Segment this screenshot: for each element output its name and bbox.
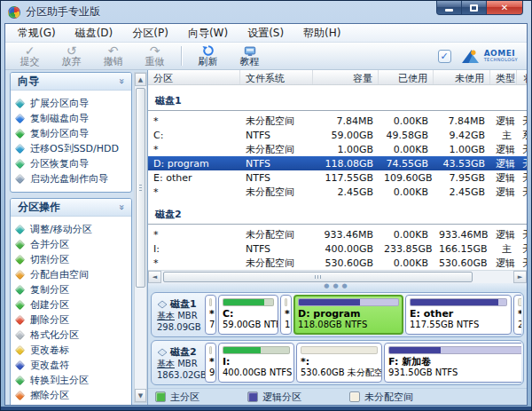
partition-block[interactable]: E: other117.55GB NTFS [405,295,512,335]
unallocated-block[interactable]: *:530.60GB 未分配空间 [296,343,382,383]
extend-partition-wizard-icon [14,98,25,108]
maximize-button[interactable] [462,1,486,15]
disk-icon [157,348,168,357]
sidebar-scrollbar[interactable]: ▲ ▼ [134,72,147,403]
menu-item[interactable]: 向导(W) [181,24,235,43]
unallocated-block[interactable]: *7.84MB [205,295,216,335]
partition-operations-header[interactable]: 分区操作 » [11,199,131,217]
menu-item[interactable]: 常规(G) [11,24,63,43]
menu-item[interactable]: 帮助(H) [296,24,348,43]
minimize-button[interactable] [436,1,462,15]
menu-item[interactable]: 磁盘(D) [68,24,121,43]
panel-splitter[interactable]: ●●● [148,283,527,290]
sidebar-item[interactable]: 分配自由空间 [16,267,129,282]
sidebar-item-label: 更改盘符 [30,359,69,372]
discard-button[interactable]: ↺ 放弃 [51,43,92,68]
sidebar-item[interactable]: 分区恢复向导 [16,156,129,171]
partition-row[interactable]: *未分配空间1.00GB0.00KB1.00GB逻辑无 [148,142,527,156]
partition-row[interactable]: *未分配空间7.84MB0.00KB7.84MB逻辑无 [148,114,527,128]
collapse-chevron-icon[interactable]: » [116,75,128,88]
partition-block[interactable]: D: program118.08GB NTFS [293,295,403,335]
unallocated-block[interactable]: *933.46MB [205,343,216,383]
sidebar-item[interactable]: 切割分区 [16,252,129,267]
column-header-capacity[interactable]: 容量 [313,70,379,84]
cell-capacity: 530.60GB [313,257,379,269]
toolbar-separator [181,46,182,66]
sidebar-item[interactable]: 更改盘符 [16,358,129,373]
cell-fs: NTFS [240,130,313,141]
toolbar: ✓ 提交 ↺ 放弃 ↶ 撤销 ↷ 重做 刷新 [5,43,527,70]
partition-block[interactable]: F: 新加卷931.50GB NTFS [384,343,521,383]
disk-size: 298.09GB [157,321,203,333]
column-header-partition[interactable]: 分区 [148,70,240,84]
undo-button[interactable]: ↶ 撤销 [92,43,134,68]
partition-row[interactable]: E: otherNTFS117.55GB109.60GB7.95GB逻辑无 [148,170,527,185]
scroll-down-icon[interactable]: ▼ [135,389,146,402]
cell-fs: NTFS [240,158,313,170]
block-label: D: program [298,308,399,320]
partition-row[interactable]: *未分配空间530.60GB0.00KB530.60GB逻辑无 [148,256,527,270]
partition-row[interactable]: *未分配空间933.46MB0.00KB933.46MB逻辑无 [148,227,527,241]
menu-item[interactable]: 设置(S) [240,24,291,43]
scrollbar-thumb[interactable] [136,88,145,288]
sidebar-item-label: 分配自由空间 [30,268,89,281]
unallocated-block[interactable]: *1.00GB [280,295,292,335]
sidebar-item[interactable]: 更改卷标 [16,343,129,358]
wizards-panel-header[interactable]: 向导 » [11,73,131,91]
close-button[interactable]: ✕ [486,1,523,15]
column-header-type[interactable]: 类型 [490,70,517,84]
scroll-right-icon[interactable]: ► [513,271,527,283]
cell-capacity: 1.00GB [313,144,379,155]
sidebar-item[interactable]: 复制磁盘向导 [16,111,129,126]
block-label: * [518,308,521,320]
cell-partition: I: [148,243,240,255]
scrollbar-thumb[interactable] [163,272,473,282]
table-horizontal-scrollbar[interactable]: ◄ ► [148,270,527,283]
tutorial-button[interactable]: 教程 [229,43,270,68]
column-header-unused[interactable]: 未使用 [434,70,490,84]
column-header-used[interactable]: 已使用 [379,70,434,84]
column-header-filesystem[interactable]: 文件系统 [240,70,313,84]
menu-item[interactable]: 分区(P) [125,24,176,43]
sidebar-item-label: 复制磁盘向导 [30,112,89,125]
commit-button[interactable]: ✓ 提交 [9,43,51,68]
cell-status: 无 [517,171,527,185]
sidebar-item[interactable]: 复制分区 [16,282,129,297]
sidebar-item[interactable]: 扩展分区向导 [16,96,129,111]
sidebar-item[interactable]: 转换到主分区 [16,373,129,388]
block-size: 2.45GB [518,320,521,330]
sidebar-item[interactable]: 启动光盘制作向导 [16,171,129,186]
redo-button[interactable]: ↷ 重做 [134,43,176,68]
partition-row[interactable]: D: programNTFS118.08GB74.55GB43.53GB逻辑无 [148,156,527,170]
disk-type-link[interactable]: 基本 [157,359,175,368]
sidebar-item[interactable]: 调整/移动分区 [16,222,129,237]
cell-partition: C: [148,130,240,141]
sidebar-item[interactable]: 隐藏分区 [16,403,129,405]
refresh-icon [202,44,215,57]
sidebar-item[interactable]: 擦除分区 [16,388,129,403]
sidebar-item[interactable]: 格式化分区 [16,328,129,343]
unallocated-block[interactable]: *2.45GB [513,295,521,335]
partition-row[interactable]: *未分配空间2.45GB0.00KB2.45GB逻辑无 [148,185,527,199]
copy-partition-wizard-icon [14,128,25,138]
disk-size: 1863.02GB [157,369,203,381]
sidebar-item[interactable]: 删除分区 [16,312,129,328]
partition-block[interactable]: I:400.00GB NTFS [218,343,294,383]
column-header-status[interactable]: 状态 [517,70,527,84]
partition-block[interactable]: C:59.00GB NTFS [218,295,278,335]
partition-row[interactable]: I:NTFS400.00GB233.85GB166.15GB主无 [148,241,527,256]
disk-type-link[interactable]: 基本 [157,311,175,320]
refresh-button[interactable]: 刷新 [187,43,229,68]
sidebar-item-label: 启动光盘制作向导 [30,172,108,186]
partition-row[interactable]: C:NTFS59.00GB49.58GB9.42GB主系统 [148,128,527,142]
cell-fs: 未分配空间 [240,257,313,270]
sidebar-item[interactable]: 复制分区向导 [16,126,129,141]
sidebar-item[interactable]: 创建分区 [16,297,129,312]
sidebar-item[interactable]: 合并分区 [16,237,129,252]
update-checkbox-icon[interactable]: ✓ [438,50,451,63]
scroll-left-icon[interactable]: ◄ [148,271,161,283]
collapse-chevron-icon[interactable]: » [116,202,128,214]
scroll-up-icon[interactable]: ▲ [135,73,146,86]
legend-swatch [247,391,258,402]
sidebar-item[interactable]: 迁移OS到SSD/HDD [16,141,129,156]
